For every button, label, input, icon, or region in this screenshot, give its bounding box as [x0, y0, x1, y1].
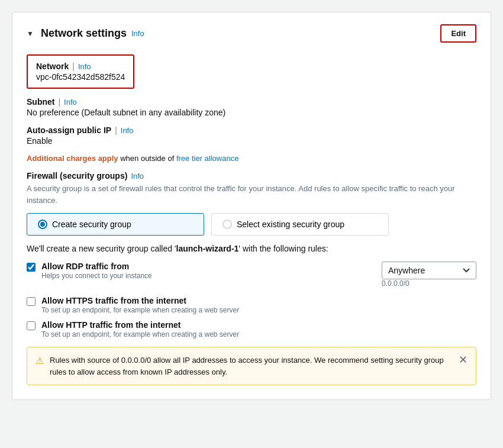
rdp-dropdown-wrapper: Anywhere Custom My IP 0.0.0.0/0 [382, 262, 476, 288]
edit-button[interactable]: Edit [440, 24, 476, 43]
rdp-checkbox[interactable] [27, 263, 36, 272]
select-security-group-option[interactable]: Select existing security group [211, 213, 389, 236]
network-settings-panel: ▼ Network settings Info Edit Network | I… [12, 12, 491, 400]
http-text: Allow HTTP traffic from the internet To … [41, 320, 239, 339]
firewall-description: A security group is a set of firewall ru… [27, 183, 476, 206]
auto-assign-label: Auto-assign public IP [27, 125, 111, 135]
auto-assign-value: Enable [27, 136, 476, 146]
rdp-text: Allow RDP traffic from Helps you connect… [41, 262, 152, 280]
wizard-group-name: launch-wizard-1 [176, 244, 239, 253]
rdp-dropdown-sub: 0.0.0.0/0 [382, 279, 476, 288]
http-row: Allow HTTP traffic from the internet To … [27, 320, 476, 339]
create-security-group-option[interactable]: Create security group [27, 213, 204, 236]
radio-buttons-row: Create security group Select existing se… [27, 213, 476, 236]
http-checkbox[interactable] [27, 321, 36, 330]
create-radio-label: Create security group [52, 220, 131, 229]
charges-link[interactable]: Additional charges apply [27, 154, 118, 163]
https-label: Allow HTTPS traffic from the internet [41, 296, 239, 305]
wizard-suffix: ' with the following rules: [238, 244, 328, 253]
alert-text: Rules with source of 0.0.0.0/0 allow all… [50, 354, 453, 378]
http-label: Allow HTTP traffic from the internet [41, 320, 239, 330]
rdp-dropdown[interactable]: Anywhere Custom My IP [382, 262, 476, 279]
firewall-label: Firewall (security groups) [27, 171, 127, 181]
https-row: Allow HTTPS traffic from the internet To… [27, 296, 476, 314]
wizard-prefix: We'll create a new security group called… [27, 244, 176, 253]
rdp-sub: Helps you connect to your instance [41, 272, 152, 280]
subnet-label-row: Subnet | Info [27, 97, 476, 107]
subnet-section: Subnet | Info No preference (Default sub… [27, 97, 476, 117]
firewall-section: Firewall (security groups) Info A securi… [27, 171, 476, 206]
firewall-label-row: Firewall (security groups) Info [27, 171, 476, 181]
charges-middle: when outside of [118, 154, 176, 163]
alert-icon: ⚠ [36, 355, 44, 366]
panel-info-link[interactable]: Info [131, 29, 144, 38]
http-sub: To set up an endpoint, for example when … [41, 330, 239, 339]
https-sub: To set up an endpoint, for example when … [41, 306, 239, 314]
subnet-info-link[interactable]: Info [64, 98, 77, 107]
alert-close-button[interactable]: ✕ [459, 354, 467, 365]
alert-content: ⚠ Rules with source of 0.0.0.0/0 allow a… [36, 354, 453, 378]
alert-box: ⚠ Rules with source of 0.0.0.0/0 allow a… [27, 347, 476, 385]
panel-title: Network settings [41, 27, 127, 40]
https-section: Allow HTTPS traffic from the internet To… [27, 296, 476, 314]
collapse-icon[interactable]: ▼ [27, 30, 34, 38]
auto-assign-section: Auto-assign public IP | Info Enable [27, 125, 476, 146]
rdp-left: Allow RDP traffic from Helps you connect… [27, 262, 382, 280]
subnet-label: Subnet [27, 97, 54, 107]
select-radio-circle [223, 220, 232, 229]
network-label: Network [36, 62, 69, 71]
rdp-row: Allow RDP traffic from Helps you connect… [27, 262, 476, 288]
free-tier-link[interactable]: free tier allowance [176, 154, 239, 163]
wizard-text: We'll create a new security group called… [27, 244, 476, 253]
panel-header: ▼ Network settings Info Edit [27, 24, 476, 43]
auto-assign-label-row: Auto-assign public IP | Info [27, 125, 476, 135]
rdp-label: Allow RDP traffic from [41, 262, 152, 271]
firewall-info-link[interactable]: Info [131, 172, 144, 181]
title-row: ▼ Network settings Info [27, 27, 144, 40]
auto-assign-info-link[interactable]: Info [121, 126, 134, 135]
http-section: Allow HTTP traffic from the internet To … [27, 320, 476, 339]
network-box: Network | Info vpc-0fc542342d582f524 [27, 54, 134, 89]
charges-line: Additional charges apply when outside of… [27, 154, 476, 163]
select-radio-label: Select existing security group [237, 220, 344, 229]
network-value: vpc-0fc542342d582f524 [36, 72, 125, 82]
subnet-value: No preference (Default subnet in any ava… [27, 108, 476, 117]
network-label-row: Network | Info [36, 62, 125, 71]
network-info-link[interactable]: Info [78, 62, 91, 71]
https-text: Allow HTTPS traffic from the internet To… [41, 296, 239, 314]
https-checkbox[interactable] [27, 297, 36, 306]
create-radio-circle [38, 220, 47, 229]
